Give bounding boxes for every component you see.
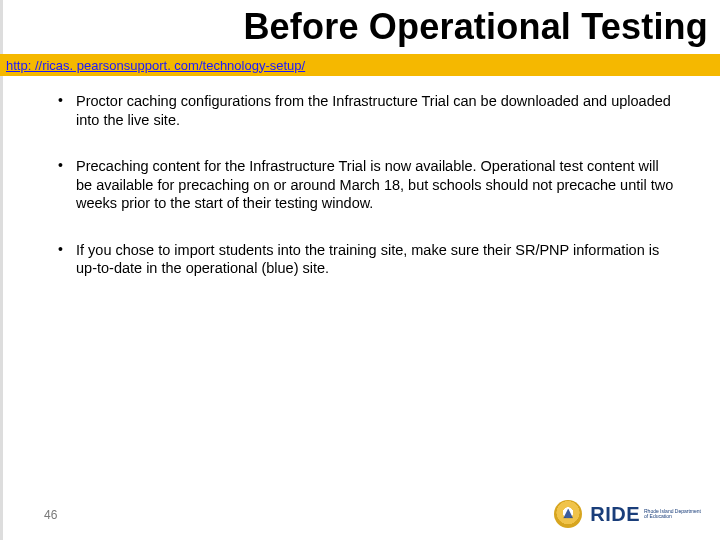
rhode-island-seal-icon bbox=[554, 500, 582, 528]
slide: Before Operational Testing http: //ricas… bbox=[0, 0, 720, 540]
list-item: Proctor caching configurations from the … bbox=[56, 92, 676, 129]
link-bar: http: //ricas. pearsonsupport. com/techn… bbox=[0, 54, 720, 76]
list-item: Precaching content for the Infrastructur… bbox=[56, 157, 676, 213]
page-number: 46 bbox=[44, 508, 57, 522]
ride-logo-subtext: Rhode Island Department of Education bbox=[644, 509, 704, 520]
ride-logo: RIDE Rhode Island Department of Educatio… bbox=[590, 503, 704, 526]
list-item: If you chose to import students into the… bbox=[56, 241, 676, 278]
left-edge-decoration bbox=[0, 0, 3, 540]
ride-logo-text: RIDE bbox=[590, 503, 640, 526]
bullet-list: Proctor caching configurations from the … bbox=[56, 92, 676, 306]
footer-logo-group: RIDE Rhode Island Department of Educatio… bbox=[554, 500, 704, 528]
page-title: Before Operational Testing bbox=[243, 6, 708, 48]
tech-setup-link[interactable]: http: //ricas. pearsonsupport. com/techn… bbox=[6, 58, 305, 73]
